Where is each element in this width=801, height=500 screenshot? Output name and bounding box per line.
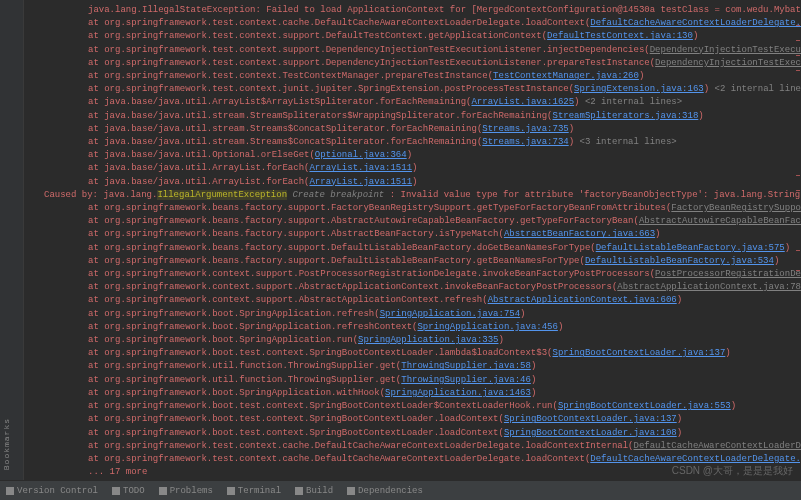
omitted-frames[interactable]: <2 internal lines>	[709, 84, 801, 94]
source-link[interactable]: TestContextManager.java:260	[493, 71, 639, 81]
source-link[interactable]: Streams.java:734	[482, 137, 568, 147]
stack-frame: at org.springframework.boot.SpringApplic…	[34, 334, 801, 347]
stack-frame: at java.base/java.util.stream.Streams$Co…	[34, 136, 801, 149]
source-link[interactable]: SpringExtension.java:163	[574, 84, 704, 94]
source-link[interactable]: StreamSpliterators.java:318	[552, 111, 698, 121]
source-link[interactable]: ArrayList.java:1625	[471, 97, 574, 107]
vcs-tool-window-button[interactable]: Version Control	[6, 486, 98, 496]
frame-method: at java.base/java.util.Optional.orElseGe…	[88, 150, 309, 160]
source-link[interactable]: ThrowingSupplier.java:46	[401, 375, 531, 385]
source-link[interactable]: ArrayList.java:1511	[309, 177, 412, 187]
source-link[interactable]: Streams.java:735	[482, 124, 568, 134]
stack-frame: at org.springframework.boot.test.context…	[34, 347, 801, 360]
stack-frame: at java.base/java.util.ArrayList$ArrayLi…	[34, 96, 801, 109]
frame-method: at org.springframework.boot.SpringApplic…	[88, 309, 374, 319]
frame-method: at org.springframework.beans.factory.sup…	[88, 243, 590, 253]
frame-method: at org.springframework.boot.SpringApplic…	[88, 335, 353, 345]
stack-frame: at org.springframework.context.support.P…	[34, 268, 801, 281]
frame-method: at org.springframework.test.context.juni…	[88, 84, 569, 94]
source-link[interactable]: ArrayList.java:1511	[309, 163, 412, 173]
terminal-tool-window-button[interactable]: Terminal	[227, 486, 281, 496]
caused-by-exception[interactable]: IllegalArgumentException	[157, 190, 287, 200]
source-link[interactable]: DefaultTestContext.java:130	[547, 31, 693, 41]
source-link[interactable]: ThrowingSupplier.java:58	[401, 361, 531, 371]
stack-frame: at org.springframework.util.function.Thr…	[34, 374, 801, 387]
source-link[interactable]: DependencyInjectionTestExecutionListener…	[655, 58, 801, 68]
stack-frame: at org.springframework.beans.factory.sup…	[34, 202, 801, 215]
frame-method: at org.springframework.boot.test.context…	[88, 428, 498, 438]
source-link[interactable]: DefaultCacheAwareContextLoaderDelegate.j…	[634, 441, 802, 451]
stack-frame: at org.springframework.boot.test.context…	[34, 413, 801, 426]
deps-icon	[347, 487, 355, 495]
caused-by-prefix: Caused by: java.lang.	[44, 190, 157, 200]
frame-method: at org.springframework.context.support.P…	[88, 269, 650, 279]
stack-frame: at org.springframework.test.context.cach…	[34, 440, 801, 453]
omitted-frames[interactable]: <2 internal lines>	[580, 97, 683, 107]
source-link[interactable]: AbstractApplicationContext.java:606	[488, 295, 677, 305]
stack-frame: at org.springframework.boot.SpringApplic…	[34, 308, 801, 321]
source-link[interactable]: Optional.java:364	[315, 150, 407, 160]
source-link[interactable]: SpringApplication.java:335	[358, 335, 498, 345]
todo-tool-window-button[interactable]: TODO	[112, 486, 145, 496]
frame-method: at org.springframework.test.context.cach…	[88, 454, 585, 464]
source-link[interactable]: DefaultCacheAwareContextLoaderDelegate.j…	[590, 18, 801, 28]
source-link[interactable]: SpringBootContextLoader.java:553	[558, 401, 731, 411]
create-breakpoint-link[interactable]: Create breakpoint	[292, 190, 384, 200]
stack-frame: at org.springframework.boot.test.context…	[34, 400, 801, 413]
source-link[interactable]: SpringApplication.java:754	[380, 309, 520, 319]
source-link[interactable]: SpringBootContextLoader.java:137	[504, 414, 677, 424]
watermark-text: CSDN @大哥，是是是我好	[672, 464, 793, 478]
source-link[interactable]: SpringApplication.java:456	[417, 322, 557, 332]
stack-frame: at org.springframework.context.support.A…	[34, 281, 801, 294]
bookmarks-tab[interactable]: Bookmarks	[2, 418, 11, 470]
source-link[interactable]: PostProcessorRegistrationDelegate.java:1…	[655, 269, 801, 279]
source-link[interactable]: FactoryBeanRegistrySupport.java:86	[671, 203, 801, 213]
stack-frame: at java.base/java.util.stream.Streams$Co…	[34, 123, 801, 136]
frame-method: at org.springframework.context.support.A…	[88, 295, 482, 305]
stack-frame: at org.springframework.test.context.cach…	[34, 17, 801, 30]
caused-by-message: : Invalid value type for attribute 'fact…	[384, 190, 800, 200]
terminal-icon	[227, 487, 235, 495]
stack-frame: at org.springframework.beans.factory.sup…	[34, 228, 801, 241]
frame-method: at org.springframework.test.context.supp…	[88, 58, 650, 68]
caused-by-line: Caused by: java.lang.IllegalArgumentExce…	[34, 189, 801, 202]
source-link[interactable]: AbstractApplicationContext.java:788	[617, 282, 801, 292]
stack-frame: at org.springframework.beans.factory.sup…	[34, 255, 801, 268]
frame-method: at org.springframework.util.function.Thr…	[88, 361, 396, 371]
source-link[interactable]: SpringApplication.java:1463	[385, 388, 531, 398]
frame-method: at java.base/java.util.stream.Streams$Co…	[88, 124, 477, 134]
frame-method: at org.springframework.test.context.Test…	[88, 71, 488, 81]
frame-method: at org.springframework.boot.SpringApplic…	[88, 388, 380, 398]
source-link[interactable]: SpringBootContextLoader.java:137	[552, 348, 725, 358]
stack-frame: at org.springframework.beans.factory.sup…	[34, 215, 801, 228]
stack-frame: at org.springframework.boot.SpringApplic…	[34, 321, 801, 334]
tool-window-stripe-left[interactable]: Bookmarks	[0, 0, 24, 500]
frame-method: at org.springframework.beans.factory.sup…	[88, 229, 498, 239]
source-link[interactable]: DefaultListableBeanFactory.java:534	[585, 256, 774, 266]
stack-frame: at java.base/java.util.stream.StreamSpli…	[34, 110, 801, 123]
frame-method: at org.springframework.boot.test.context…	[88, 401, 552, 411]
frame-method: at org.springframework.beans.factory.sup…	[88, 203, 666, 213]
source-link[interactable]: DefaultListableBeanFactory.java:575	[596, 243, 785, 253]
source-link[interactable]: AbstractBeanFactory.java:663	[504, 229, 655, 239]
frame-method: at java.base/java.util.ArrayList$ArrayLi…	[88, 97, 466, 107]
vcs-icon	[6, 487, 14, 495]
source-link[interactable]: AbstractAutowireCapableBeanFactory.java:…	[639, 216, 801, 226]
frame-method: at java.base/java.util.stream.StreamSpli…	[88, 111, 547, 121]
dependencies-tool-window-button[interactable]: Dependencies	[347, 486, 423, 496]
omitted-frames[interactable]: <3 internal lines>	[574, 137, 677, 147]
stack-frame: at org.springframework.test.context.Test…	[34, 70, 801, 83]
frame-method: at org.springframework.test.context.cach…	[88, 441, 628, 451]
stack-frame: at java.base/java.util.ArrayList.forEach…	[34, 176, 801, 189]
source-link[interactable]: DependencyInjectionTestExecutionListener…	[650, 45, 801, 55]
build-tool-window-button[interactable]: Build	[295, 486, 333, 496]
source-link[interactable]: DefaultCacheAwareContextLoaderDelegate.j…	[590, 454, 801, 464]
exception-msg: : Failed to load ApplicationContext for …	[255, 5, 801, 15]
problems-tool-window-button[interactable]: Problems	[159, 486, 213, 496]
source-link[interactable]: SpringBootContextLoader.java:108	[504, 428, 677, 438]
stack-frame: at java.base/java.util.ArrayList.forEach…	[34, 162, 801, 175]
stack-frame: at java.base/java.util.Optional.orElseGe…	[34, 149, 801, 162]
todo-icon	[112, 487, 120, 495]
stack-frame: at org.springframework.test.context.supp…	[34, 44, 801, 57]
frame-method: at org.springframework.test.context.supp…	[88, 45, 644, 55]
